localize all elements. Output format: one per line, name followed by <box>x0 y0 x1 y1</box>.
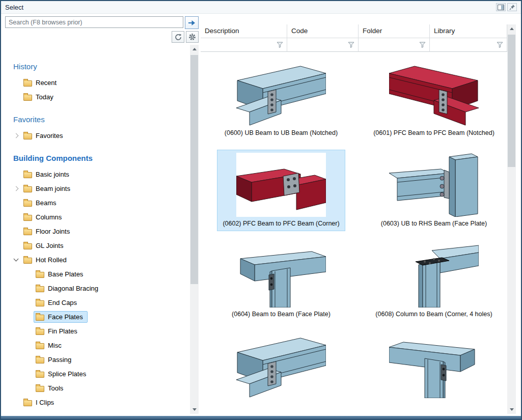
scrollbar-thumb[interactable] <box>190 55 198 284</box>
folder-icon <box>36 315 44 321</box>
tree-item-end-caps[interactable]: End Caps <box>10 295 188 310</box>
tree-item-label: Diagonal Bracing <box>48 285 98 292</box>
funnel-icon[interactable] <box>274 39 285 50</box>
tree-item-label: Fin Plates <box>48 327 77 335</box>
tree-item-beam-joints[interactable]: Beam joints <box>10 181 188 195</box>
tree-item-label: End Caps <box>48 299 77 306</box>
component-item-partial-1[interactable] <box>231 331 332 405</box>
select-window: Select History <box>0 0 522 420</box>
tree-item-label: I Clips <box>36 399 54 406</box>
tree-item-floor-joints[interactable]: Floor Joints <box>10 224 188 238</box>
folder-icon <box>36 286 44 292</box>
component-thumbnail <box>389 62 479 126</box>
folder-icon <box>36 343 44 349</box>
tree-item-tools[interactable]: Tools <box>10 381 188 395</box>
tree-item-favorites[interactable]: Favorites <box>10 128 188 143</box>
folder-icon <box>23 95 32 101</box>
tree-item-beams[interactable]: Beams <box>10 195 188 210</box>
tree-item-face-plates[interactable]: Face Plates <box>10 310 188 324</box>
component-thumbnail <box>236 334 326 398</box>
titlebar-icons <box>496 3 517 11</box>
component-catalog-panel: Description Code Folder Library (0600) U… <box>201 24 516 414</box>
component-item-0601[interactable]: (0601) PFC Beam to PFC Beam (Notched) <box>368 59 500 141</box>
folder-icon <box>23 201 32 207</box>
folder-icon <box>23 133 32 139</box>
scroll-up-button[interactable] <box>507 24 516 33</box>
scroll-up-button[interactable] <box>190 45 199 53</box>
component-caption: (0604) Beam to Beam (Face Plate) <box>232 311 331 318</box>
titlebar: Select <box>1 1 521 14</box>
tree-item-label: Basic joints <box>36 171 69 178</box>
tree-item-base-plates[interactable]: Base Plates <box>10 267 188 281</box>
tools-row <box>5 31 199 43</box>
tree-item-label: Tools <box>48 384 63 392</box>
folder-icon <box>36 357 44 363</box>
scroll-down-button[interactable] <box>507 405 516 414</box>
tree-item-recent[interactable]: Recent <box>10 75 188 90</box>
tree-section-building-components: Building Components <box>13 154 188 162</box>
chevron-down-icon[interactable] <box>10 259 21 261</box>
tree-scrollbar[interactable] <box>190 45 199 414</box>
component-item-0604[interactable]: (0604) Beam to Beam (Face Plate) <box>226 240 336 322</box>
tree-item-gl-joints[interactable]: GL Joints <box>10 238 188 253</box>
component-item-0602[interactable]: (0602) PFC Beam to PFC Beam (Corner) <box>217 150 345 231</box>
settings-button[interactable] <box>186 31 199 43</box>
tree-item-hot-rolled[interactable]: Hot Rolled <box>10 253 188 267</box>
tree-item-label: Face Plates <box>48 313 83 321</box>
tree-item-splice-plates[interactable]: Splice Plates <box>10 367 188 381</box>
tree-item-label: Splice Plates <box>48 370 86 378</box>
chevron-right-icon[interactable] <box>10 134 21 137</box>
funnel-icon[interactable] <box>345 39 356 50</box>
tree-section-history: History <box>13 62 188 71</box>
tree-item-label: Passing <box>48 356 71 363</box>
tree-item-diagonal-bracing[interactable]: Diagonal Bracing <box>10 281 188 295</box>
search-go-button[interactable] <box>185 16 199 29</box>
column-header-description[interactable]: Description <box>201 24 287 38</box>
category-tree: History Recent Today Favorites Favorites… <box>5 45 199 414</box>
tree-item-label: Hot Rolled <box>36 256 67 264</box>
left-panel: History Recent Today Favorites Favorites… <box>5 16 199 414</box>
component-item-0608[interactable]: (0608) Column to Beam (Corner, 4 holes) <box>370 240 498 322</box>
tree-item-label: GL Joints <box>36 242 63 249</box>
component-caption: (0600) UB Beam to UB Beam (Notched) <box>225 129 338 137</box>
tree-item-basic-joints[interactable]: Basic joints <box>10 167 188 181</box>
triangle-down-icon <box>510 408 514 411</box>
column-header-library[interactable]: Library <box>430 24 507 38</box>
tree-item-i-clips[interactable]: I Clips <box>10 395 188 409</box>
component-item-0603[interactable]: (0603) UB to RHS Beam (Face Plate) <box>375 150 492 231</box>
filter-cell-code <box>287 38 359 52</box>
component-thumbnail <box>389 334 479 398</box>
funnel-icon[interactable] <box>417 39 428 50</box>
refresh-button[interactable] <box>172 31 184 43</box>
column-header-folder[interactable]: Folder <box>359 24 430 38</box>
tree-item-fin-plates[interactable]: Fin Plates <box>10 324 188 338</box>
component-caption: (0602) PFC Beam to PFC Beam (Corner) <box>223 220 339 228</box>
pin-icon[interactable] <box>507 3 517 11</box>
folder-icon <box>23 80 32 87</box>
component-caption: (0603) UB to RHS Beam (Face Plate) <box>381 220 487 228</box>
tree-item-label: Today <box>36 93 53 101</box>
tree-item-label: Base Plates <box>48 270 83 278</box>
tree-item-label: Misc <box>48 342 62 349</box>
folder-icon <box>36 300 44 306</box>
folder-icon <box>23 186 32 192</box>
funnel-icon[interactable] <box>494 39 505 50</box>
component-item-partial-2[interactable] <box>383 331 484 405</box>
component-thumbnail <box>236 243 326 307</box>
component-thumbnail <box>236 62 326 126</box>
tree-item-passing[interactable]: Passing <box>10 352 188 367</box>
scroll-down-button[interactable] <box>190 405 199 414</box>
triangle-down-icon <box>193 408 197 411</box>
dock-window-icon[interactable] <box>496 3 506 11</box>
search-input[interactable] <box>5 16 183 28</box>
tree-item-today[interactable]: Today <box>10 90 188 104</box>
chevron-right-icon[interactable] <box>10 187 21 190</box>
search-row <box>5 16 199 29</box>
folder-icon <box>36 372 44 378</box>
catalog-scrollbar[interactable] <box>507 24 516 414</box>
component-item-0600[interactable]: (0600) UB Beam to UB Beam (Notched) <box>219 59 343 141</box>
tree-item-columns[interactable]: Columns <box>10 210 188 224</box>
column-header-code[interactable]: Code <box>287 24 359 38</box>
tree-item-misc[interactable]: Misc <box>10 338 188 352</box>
scrollbar-thumb[interactable] <box>508 35 515 167</box>
